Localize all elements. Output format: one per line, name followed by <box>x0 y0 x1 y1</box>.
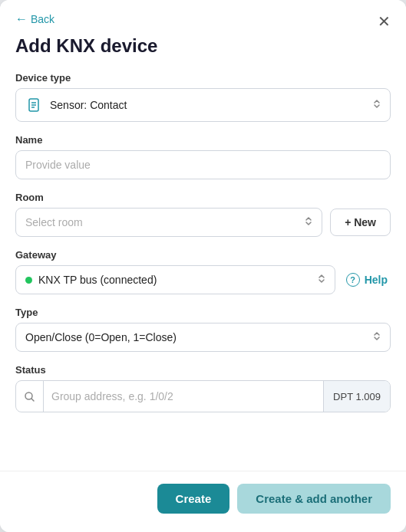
sensor-icon <box>25 97 42 113</box>
device-type-select[interactable]: Sensor: Contact <box>15 88 391 122</box>
gateway-status-dot <box>25 277 32 284</box>
status-group: Status DPT 1.009 <box>15 364 391 412</box>
gateway-select[interactable]: KNX TP bus (connected) <box>15 265 335 294</box>
gateway-row: KNX TP bus (connected) ? Help <box>15 265 391 294</box>
type-group: Type Open/Close (0=Open, 1=Close) <box>15 307 391 352</box>
name-label: Name <box>15 134 391 146</box>
back-link[interactable]: ← Back <box>15 12 54 26</box>
help-button[interactable]: ? Help <box>343 273 391 287</box>
room-select-wrapper: Select room <box>15 208 322 237</box>
room-label: Room <box>15 192 391 203</box>
modal-footer: Create Create & add another <box>0 471 406 532</box>
room-group: Room Select room + New <box>15 192 391 237</box>
help-label: Help <box>365 274 388 286</box>
type-value: Open/Close (0=Open, 1=Close) <box>25 331 177 343</box>
new-room-button[interactable]: + New <box>330 209 391 236</box>
chevron-updown-icon <box>371 99 382 112</box>
status-label: Status <box>15 364 391 376</box>
create-add-another-button[interactable]: Create & add another <box>237 484 391 514</box>
create-button[interactable]: Create <box>157 484 230 514</box>
device-type-group: Device type Sensor: Contact <box>15 72 391 122</box>
gateway-label: Gateway <box>15 249 391 261</box>
status-input-row: DPT 1.009 <box>15 380 391 412</box>
name-group: Name <box>15 134 391 179</box>
page-title: Add KNX device <box>15 35 391 57</box>
room-row: Select room + New <box>15 208 391 237</box>
type-label: Type <box>15 307 391 318</box>
help-circle-icon: ? <box>346 273 360 287</box>
gateway-select-wrapper: KNX TP bus (connected) <box>15 265 335 294</box>
back-label: Back <box>31 13 54 25</box>
gateway-value: KNX TP bus (connected) <box>38 274 157 286</box>
type-select[interactable]: Open/Close (0=Open, 1=Close) <box>15 323 391 352</box>
gateway-group: Gateway KNX TP bus (connected) <box>15 249 391 294</box>
back-arrow-icon: ← <box>15 12 28 26</box>
room-select[interactable]: Select room <box>15 208 322 237</box>
name-input[interactable] <box>15 150 391 179</box>
device-type-value: Sensor: Contact <box>50 99 127 111</box>
device-type-label: Device type <box>15 72 391 84</box>
dpt-badge: DPT 1.009 <box>323 381 390 412</box>
room-placeholder: Select room <box>25 216 83 228</box>
status-address-input[interactable] <box>44 383 323 410</box>
room-chevron-icon <box>303 216 314 229</box>
gateway-chevron-icon <box>316 274 327 287</box>
search-icon <box>16 381 44 412</box>
close-button[interactable]: ✕ <box>375 11 394 32</box>
type-chevron-icon <box>371 331 382 344</box>
